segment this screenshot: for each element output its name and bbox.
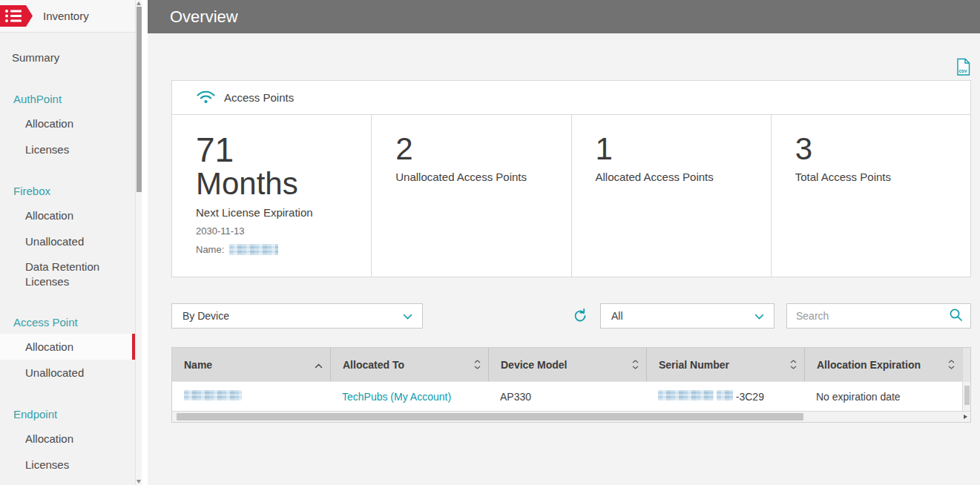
sidebar-item-firebox-allocation[interactable]: Allocation — [0, 202, 135, 228]
redacted-device-name — [184, 390, 242, 400]
sidebar-section-label: Endpoint — [13, 408, 57, 420]
redacted-license-name — [229, 244, 278, 255]
sidebar-item-label: Unallocated — [25, 235, 84, 248]
sidebar-item-authpoint-allocation[interactable]: Allocation — [0, 110, 135, 136]
access-points-table: Name Allocated To Device Model — [171, 347, 971, 423]
stat-allocated-access-points: 1 Allocated Access Points — [572, 115, 772, 277]
sidebar-section-endpoint: Endpoint — [0, 402, 135, 426]
inventory-icon — [0, 5, 33, 27]
column-label: Name — [184, 359, 212, 371]
column-header-name[interactable]: Name — [172, 348, 330, 381]
sidebar-item-label: Allocation — [25, 117, 73, 130]
list-toolbar: By Device All — [171, 303, 971, 329]
search-field — [786, 303, 971, 329]
table-vertical-scrollbar[interactable] — [962, 348, 970, 381]
stat-label: Allocated Access Points — [596, 171, 756, 183]
cell-serial-number: -3C29 — [646, 390, 804, 403]
export-row: csv — [171, 33, 971, 80]
refresh-icon[interactable] — [572, 308, 588, 324]
table-vertical-scrollbar[interactable] — [962, 382, 970, 411]
cell-allocation-expiration: No expiration date — [804, 391, 962, 403]
scroll-up-arrow-icon[interactable] — [137, 1, 141, 5]
table-horizontal-scrollbar[interactable] — [172, 411, 970, 422]
column-label: Allocated To — [343, 359, 404, 371]
app-root: Inventory Summary AuthPoint Allocation L… — [0, 0, 980, 485]
sidebar-section-label: AuthPoint — [13, 93, 62, 105]
search-input[interactable] — [796, 310, 949, 322]
column-header-allocated-to[interactable]: Allocated To — [330, 348, 488, 381]
sidebar-item-endpoint-allocation[interactable]: Allocation — [0, 426, 135, 452]
sidebar-item-firebox-unallocated[interactable]: Unallocated — [0, 228, 135, 254]
chevron-down-icon — [403, 310, 412, 322]
horizontal-scrollbar-thumb[interactable] — [177, 413, 803, 420]
sidebar-section-label: Firebox — [13, 185, 50, 197]
sort-icon — [474, 360, 481, 369]
redacted-serial-part — [658, 390, 714, 400]
sidebar-item-label: Summary — [12, 51, 59, 64]
group-by-select[interactable]: By Device — [171, 303, 423, 329]
main-area: Overview csv — [148, 0, 980, 485]
sidebar-item-label: Allocation — [25, 432, 73, 445]
sidebar-item-label: Licenses — [25, 458, 69, 471]
sort-icon — [948, 360, 955, 369]
allocated-to-link[interactable]: TechPubs (My Account) — [342, 391, 451, 403]
stat-label: Next License Expiration — [196, 206, 356, 219]
column-header-allocation-expiration[interactable]: Allocation Expiration — [804, 348, 962, 381]
stat-name-row: Name: — [196, 244, 356, 255]
sidebar-item-label: Allocation — [25, 209, 73, 222]
search-icon[interactable] — [949, 308, 963, 325]
sidebar-item-label: Data Retention Licenses — [25, 260, 110, 288]
stats-row: 71 Months Next License Expiration 2030-1… — [172, 115, 970, 277]
sidebar-header: Inventory — [0, 0, 135, 33]
column-header-device-model[interactable]: Device Model — [488, 348, 646, 381]
sidebar-scrollbar-thumb[interactable] — [137, 7, 142, 192]
sidebar-item-endpoint-licenses[interactable]: Licenses — [0, 452, 135, 478]
sidebar-item-access-point-allocation[interactable]: Allocation — [0, 334, 135, 360]
svg-text:csv: csv — [959, 68, 967, 73]
chevron-down-icon — [754, 310, 764, 322]
sidebar-gap — [142, 0, 148, 485]
sidebar-item-label: Unallocated — [25, 366, 84, 379]
sidebar-item-authpoint-licenses[interactable]: Licenses — [0, 136, 135, 162]
stat-total-access-points: 3 Total Access Points — [772, 115, 970, 277]
stat-label: Total Access Points — [795, 171, 956, 183]
stat-value: 3 — [795, 133, 956, 165]
sidebar-section-firebox: Firebox — [0, 179, 135, 202]
sidebar: Inventory Summary AuthPoint Allocation L… — [0, 0, 135, 485]
table-header-row: Name Allocated To Device Model — [172, 348, 970, 381]
sidebar-wrap: Inventory Summary AuthPoint Allocation L… — [0, 0, 148, 485]
card-title: Access Points — [224, 91, 294, 104]
page-title: Overview — [170, 7, 238, 27]
card-header: Access Points — [172, 81, 970, 115]
redacted-serial-part — [717, 390, 733, 400]
sort-icon — [632, 360, 639, 369]
table-row[interactable]: TechPubs (My Account) AP330 -3C29 No exp… — [172, 381, 970, 411]
stat-next-license-expiration: 71 Months Next License Expiration 2030-1… — [172, 115, 372, 277]
export-csv-icon[interactable]: csv — [956, 58, 971, 76]
column-header-serial-number[interactable]: Serial Number — [646, 348, 804, 381]
stat-value: 1 — [596, 133, 756, 165]
scroll-right-arrow-icon[interactable] — [964, 415, 967, 419]
vertical-scrollbar-thumb[interactable] — [964, 386, 970, 405]
sidebar-section-authpoint: AuthPoint — [0, 87, 135, 110]
stat-date: 2030-11-13 — [196, 225, 356, 237]
sidebar-item-label: Licenses — [25, 143, 69, 156]
sidebar-item-summary[interactable]: Summary — [0, 44, 135, 70]
sidebar-section-access-point: Access Point — [0, 310, 135, 334]
sidebar-item-access-point-unallocated[interactable]: Unallocated — [0, 360, 135, 386]
sidebar-item-data-retention-licenses[interactable]: Data Retention Licenses — [0, 254, 135, 294]
filter-select[interactable]: All — [600, 303, 775, 329]
sort-asc-icon — [315, 359, 323, 371]
access-points-card: Access Points 71 Months Next License Exp… — [171, 80, 971, 277]
stat-value: 2 — [395, 133, 556, 165]
stat-unit: Months — [196, 167, 356, 201]
cell-allocated-to: TechPubs (My Account) — [330, 391, 488, 403]
column-label: Device Model — [501, 359, 567, 371]
serial-visible-suffix: -3C29 — [736, 391, 764, 403]
cell-device-model: AP330 — [488, 391, 646, 403]
scroll-down-arrow-icon[interactable] — [137, 480, 141, 484]
sidebar-scrollbar[interactable] — [135, 0, 142, 485]
stat-label: Unallocated Access Points — [395, 171, 556, 183]
page-header: Overview — [148, 0, 980, 33]
sort-icon — [790, 360, 797, 369]
